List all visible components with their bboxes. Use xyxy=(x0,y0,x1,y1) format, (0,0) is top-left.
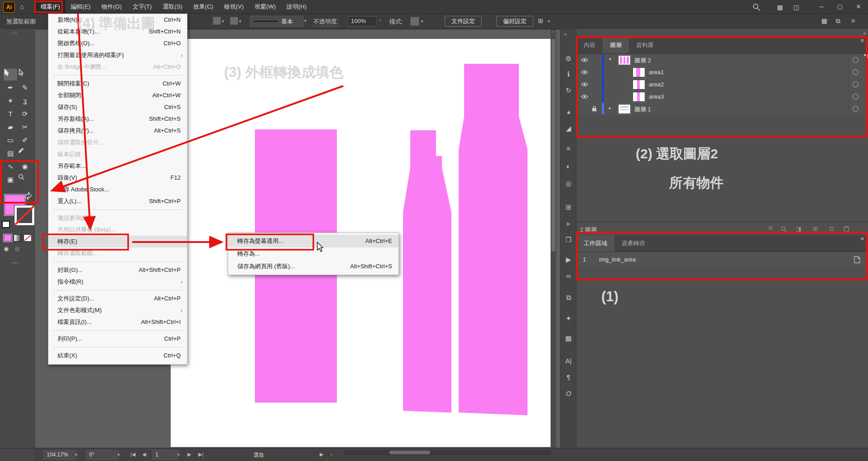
color-icon[interactable]: ◕ xyxy=(562,107,575,118)
menubar-item-5[interactable]: 選取(S) xyxy=(157,0,187,14)
file-menu-item-17[interactable]: 置入(L)...Shift+Ctrl+P xyxy=(48,195,187,207)
rotation-chevron-icon[interactable]: ▾ xyxy=(118,452,120,457)
collect-for-export-icon[interactable]: ⇱ xyxy=(768,225,773,232)
first-artboard-icon[interactable]: |◀ xyxy=(130,451,135,457)
edit-toolbar-icon[interactable]: ⋯ xyxy=(12,259,19,267)
file-menu-item-24[interactable]: 封裝(G)...Alt+Shift+Ctrl+P xyxy=(48,264,187,276)
file-menu-item-10[interactable]: 另存新檔(A)...Shift+Ctrl+S xyxy=(48,113,187,125)
artboard-name[interactable]: img_link_area xyxy=(599,256,636,263)
scroll-up-icon[interactable]: ⌃ xyxy=(551,31,555,35)
eyedropper-tool[interactable] xyxy=(18,147,32,159)
layer-name[interactable]: 圖層 2 xyxy=(634,57,651,65)
status-expand-icon[interactable]: ▶ xyxy=(320,451,323,457)
layer-row-4[interactable]: area3 xyxy=(576,90,868,103)
file-menu-item-15[interactable]: 回復(V)F12 xyxy=(48,172,187,184)
stroke-chevron-icon[interactable]: ▾ xyxy=(239,19,241,24)
new-sublayer-icon[interactable]: ⊞ xyxy=(813,225,818,232)
shape-area3[interactable] xyxy=(459,64,528,415)
align-chevron-icon[interactable]: ▾ xyxy=(548,19,550,24)
menubar-item-3[interactable]: 物件(O) xyxy=(96,0,127,14)
gear-icon[interactable]: ⚙ xyxy=(562,53,575,64)
stroke-swatch-dropdown[interactable] xyxy=(230,17,238,25)
file-menu-item-11[interactable]: 儲存拷貝(Y)...Alt+Ctrl+S xyxy=(48,125,187,137)
lock-icon[interactable] xyxy=(592,106,597,112)
horizontal-scrollbar[interactable] xyxy=(344,450,551,455)
links-icon[interactable]: ∞ xyxy=(562,271,575,281)
zoom-chevron-icon[interactable]: ▾ xyxy=(75,452,77,457)
layer-row-3[interactable]: area2 xyxy=(576,78,868,91)
rectangle-tool[interactable]: ▭ xyxy=(4,134,17,146)
clipping-mask-icon[interactable]: ◨ xyxy=(796,225,801,232)
new-layer-icon[interactable]: ⊡ xyxy=(829,225,834,232)
export-submenu-item-1[interactable]: 轉存為螢幕適用...Alt+Ctrl+E xyxy=(228,235,398,247)
workspace-grid-icon[interactable]: ▦ xyxy=(777,4,783,11)
export-submenu-item-3[interactable]: 儲存為網頁用 (舊版)...Alt+Shift+Ctrl+S xyxy=(228,260,398,273)
visibility-eye-icon[interactable] xyxy=(581,82,588,87)
scrollbar-thumb[interactable] xyxy=(551,39,555,252)
expand-panels-icon[interactable]: « xyxy=(564,32,567,37)
blend-tool[interactable]: ∿ xyxy=(4,161,17,172)
delete-layer-icon[interactable] xyxy=(844,225,849,232)
layer-name[interactable]: area1 xyxy=(649,69,664,76)
collapse-panels-icon[interactable]: » xyxy=(863,31,866,36)
gradient-icon[interactable]: ◢ xyxy=(562,123,575,134)
artboard-nav-chevron-icon[interactable]: ▾ xyxy=(177,452,180,457)
menubar-item-6[interactable]: 效果(C) xyxy=(188,0,219,14)
tab-libraries[interactable]: 資料庫 xyxy=(629,37,661,53)
tab-artboards[interactable]: 工作區域 xyxy=(576,235,614,252)
stroke-color-swatch[interactable] xyxy=(14,205,34,224)
lasso-tool[interactable]: ʓ xyxy=(18,95,32,107)
arrange-documents-icon[interactable]: ⧉ xyxy=(836,17,840,25)
menubar-item-9[interactable]: 說明(H) xyxy=(281,0,312,14)
layer-thumbnail[interactable] xyxy=(618,104,631,114)
appearance-icon[interactable]: ◎ xyxy=(562,178,575,189)
layers-panel-menu-icon[interactable]: ≡ xyxy=(860,37,864,44)
gradient-mode-button[interactable] xyxy=(14,234,22,242)
layer-row-5[interactable]: ▸圖層 1 xyxy=(576,103,868,115)
zoom-level-value[interactable]: 104.17% xyxy=(43,450,76,460)
file-menu-item-31[interactable]: 列印(P)...Ctrl+P xyxy=(48,333,187,345)
maximize-button[interactable]: ▢ xyxy=(831,0,849,14)
target-circle-icon[interactable] xyxy=(853,57,858,63)
expand-chevron-icon[interactable]: ▸ xyxy=(609,105,611,110)
artboards-icon[interactable]: ⊞ xyxy=(562,202,575,213)
layer-name[interactable]: area3 xyxy=(649,93,664,100)
history-icon[interactable]: ↻ xyxy=(562,85,575,96)
close-button[interactable]: ✕ xyxy=(850,0,867,14)
selection-tool[interactable] xyxy=(4,69,17,81)
pen-tool[interactable]: ✒ xyxy=(4,82,17,94)
opacity-input[interactable]: 100% xyxy=(348,16,377,26)
home-icon[interactable]: ⌂ xyxy=(20,3,24,10)
prev-artboard-icon[interactable]: ◀ xyxy=(142,451,146,457)
color-mode-button[interactable] xyxy=(4,234,12,242)
vertical-scrollbar[interactable]: ⌃ xyxy=(551,29,556,448)
menubar-item-1[interactable]: 檔案(F) xyxy=(35,0,66,14)
tab-asset-export[interactable]: 資產轉存 xyxy=(614,235,652,252)
menubar-item-2[interactable]: 編輯(E) xyxy=(66,0,96,14)
direct-selection-tool[interactable] xyxy=(18,69,32,81)
file-menu-item-3[interactable]: 開啟舊檔(O)...Ctrl+O xyxy=(48,38,187,49)
minimize-button[interactable]: ─ xyxy=(813,0,830,14)
layer-row-2[interactable]: area1 xyxy=(576,66,868,79)
target-circle-icon[interactable] xyxy=(853,106,858,112)
layer-row-1[interactable]: ▾圖層 2 xyxy=(576,54,868,67)
target-circle-icon[interactable] xyxy=(853,94,858,100)
file-menu-item-4[interactable]: 打開最近使用過的檔案(F)› xyxy=(48,49,187,61)
fill-swatch-dropdown[interactable] xyxy=(213,17,221,25)
file-menu-item-14[interactable]: 另存範本... xyxy=(48,160,187,172)
menubar-item-7[interactable]: 檢視(V) xyxy=(219,0,249,14)
layer-thumbnail[interactable] xyxy=(618,55,631,65)
file-menu-item-9[interactable]: 儲存(S)Ctrl+S xyxy=(48,101,187,113)
transparency-icon[interactable]: ◐ xyxy=(562,161,575,172)
magic-wand-tool[interactable]: ✶ xyxy=(4,95,17,107)
document-setup-button[interactable]: 文件設定 xyxy=(445,16,482,27)
file-menu-item-7[interactable]: 關閉檔案(C)Ctrl+W xyxy=(48,78,187,90)
none-mode-button[interactable] xyxy=(24,234,32,242)
align-icon[interactable]: ⫦ xyxy=(562,218,575,229)
pathfinder-icon[interactable]: ❒ xyxy=(562,234,575,245)
tab-layers[interactable]: 圖層 xyxy=(603,37,629,53)
visibility-eye-icon[interactable] xyxy=(581,57,588,62)
expand-chevron-icon[interactable]: ▾ xyxy=(609,57,611,62)
next-artboard-icon[interactable]: ▶ xyxy=(187,451,191,457)
file-menu-item-8[interactable]: 全部關閉Alt+Ctrl+W xyxy=(48,90,187,101)
